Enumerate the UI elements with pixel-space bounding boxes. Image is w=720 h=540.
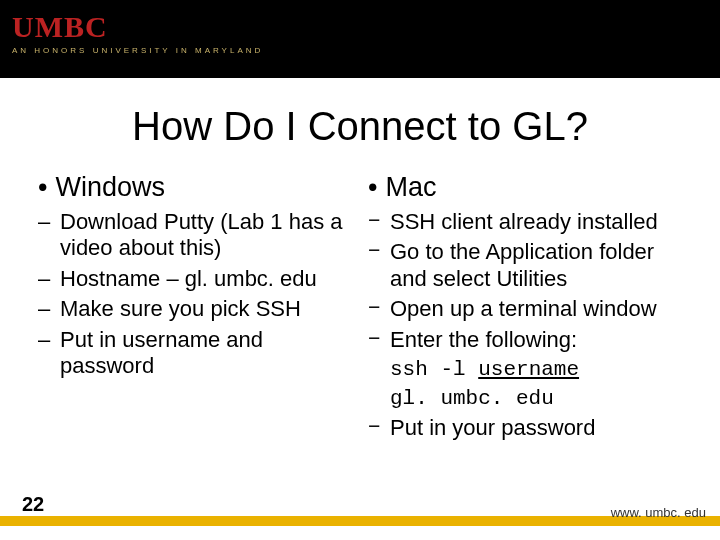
slide-title: How Do I Connect to GL? xyxy=(0,104,720,149)
list-text: Go to the Application folder and select … xyxy=(390,239,682,292)
dash-icon: − xyxy=(368,327,390,353)
logo-tagline: AN HONORS UNIVERSITY IN MARYLAND xyxy=(12,46,708,55)
list-item: −Put in your password xyxy=(368,415,682,441)
dash-icon: − xyxy=(368,296,390,322)
left-list: –Download Putty (Lab 1 has a video about… xyxy=(38,209,352,379)
dash-icon: – xyxy=(38,266,60,292)
code-pre: ssh -l xyxy=(390,358,478,381)
dash-icon: − xyxy=(368,415,390,441)
list-item: gl. umbc. edu xyxy=(368,386,682,411)
logo-text: UMBC xyxy=(12,10,708,44)
content-columns: •Windows –Download Putty (Lab 1 has a vi… xyxy=(30,172,690,446)
list-text: Open up a terminal window xyxy=(390,296,682,322)
list-item: –Download Putty (Lab 1 has a video about… xyxy=(38,209,352,262)
list-text: Make sure you pick SSH xyxy=(60,296,352,322)
right-heading: •Mac xyxy=(368,172,682,203)
list-text: Put in your password xyxy=(390,415,682,441)
dash-icon: – xyxy=(38,296,60,322)
code-username: username xyxy=(478,358,579,381)
code-line: ssh -l username xyxy=(390,357,682,382)
list-item: –Make sure you pick SSH xyxy=(38,296,352,322)
list-text: Hostname – gl. umbc. edu xyxy=(60,266,352,292)
list-item: –Hostname – gl. umbc. edu xyxy=(38,266,352,292)
list-item: ssh -l username xyxy=(368,357,682,382)
list-text: Enter the following: xyxy=(390,327,682,353)
dash-icon: – xyxy=(38,327,60,380)
left-heading: •Windows xyxy=(38,172,352,203)
dash-icon: − xyxy=(368,239,390,292)
right-column: •Mac −SSH client already installed −Go t… xyxy=(360,172,690,446)
list-item: −Go to the Application folder and select… xyxy=(368,239,682,292)
dash-icon: − xyxy=(368,209,390,235)
list-item: −SSH client already installed xyxy=(368,209,682,235)
left-heading-text: Windows xyxy=(55,172,165,202)
left-column: •Windows –Download Putty (Lab 1 has a vi… xyxy=(30,172,360,446)
code-line: gl. umbc. edu xyxy=(390,386,682,411)
slide: UMBC AN HONORS UNIVERSITY IN MARYLAND Ho… xyxy=(0,0,720,540)
list-item: −Enter the following: xyxy=(368,327,682,353)
list-item: –Put in username and password xyxy=(38,327,352,380)
header-band: UMBC AN HONORS UNIVERSITY IN MARYLAND xyxy=(0,0,720,78)
list-item: −Open up a terminal window xyxy=(368,296,682,322)
list-text: SSH client already installed xyxy=(390,209,682,235)
dash-icon xyxy=(368,386,390,411)
dash-icon xyxy=(368,357,390,382)
list-text: Download Putty (Lab 1 has a video about … xyxy=(60,209,352,262)
bullet-icon: • xyxy=(38,172,47,202)
footer-url: www. umbc. edu xyxy=(611,505,706,520)
bullet-icon: • xyxy=(368,172,377,202)
right-heading-text: Mac xyxy=(385,172,436,202)
dash-icon: – xyxy=(38,209,60,262)
right-list: −SSH client already installed −Go to the… xyxy=(368,209,682,442)
page-number: 22 xyxy=(22,493,44,516)
list-text: Put in username and password xyxy=(60,327,352,380)
